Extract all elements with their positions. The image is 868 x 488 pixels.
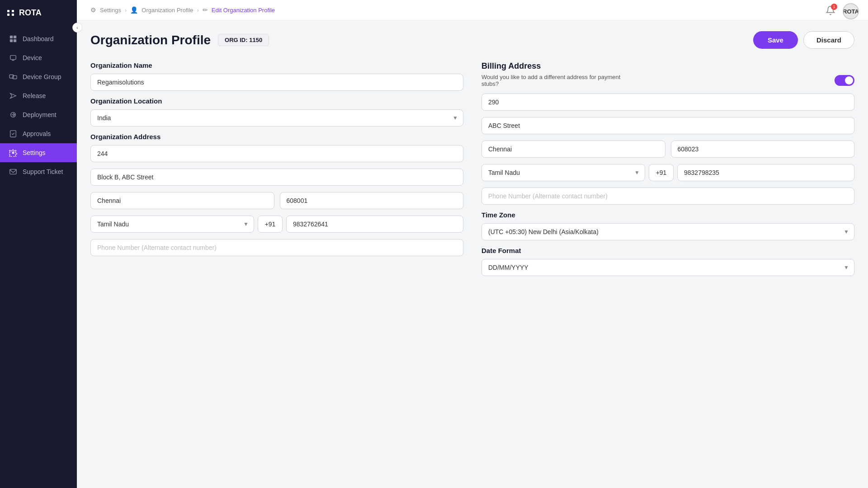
billing-state-phone-row: Tamil Nadu Maharashtra Karnataka Delhi ▼… [481, 164, 854, 181]
discard-button[interactable]: Discard [803, 31, 854, 49]
avatar-text: ROTA [843, 8, 859, 15]
billing-address-line1-input[interactable] [481, 94, 854, 111]
sidebar-item-settings[interactable]: Settings [0, 143, 77, 162]
svg-rect-13 [10, 169, 16, 174]
svg-point-12 [12, 151, 14, 154]
billing-phone-input[interactable] [677, 164, 854, 181]
breadcrumb-settings[interactable]: Settings [100, 7, 121, 14]
sidebar-item-label: Device Group [23, 73, 61, 80]
org-id-value: 1150 [249, 37, 262, 43]
svg-rect-5 [12, 60, 14, 61]
device-icon [9, 54, 17, 62]
phone-prefix: +91 [258, 216, 283, 233]
timezone-label: Time Zone [481, 211, 854, 219]
org-breadcrumb-icon: 👤 [130, 6, 138, 14]
svg-rect-2 [10, 39, 13, 42]
page-content: Organization Profile ORG ID: 1150 Save D… [77, 20, 868, 488]
timezone-select[interactable]: (UTC +05:30) New Delhi (Asia/Kolkata) (U… [481, 223, 854, 240]
sidebar-nav: Dashboard Device Device Group Release [0, 26, 77, 488]
org-address-label: Organization Address [90, 133, 463, 141]
form-grid: Organization Name Organization Location … [90, 61, 854, 282]
toggle-slider [835, 75, 854, 86]
approvals-icon [9, 130, 17, 138]
release-icon [9, 92, 17, 100]
sidebar-item-approvals[interactable]: Approvals [0, 124, 77, 143]
dashboard-icon [9, 35, 17, 43]
main-content: 1 ROTA ⚙ Settings › 👤 Organization Profi… [77, 0, 868, 488]
page-header: Organization Profile ORG ID: 1150 Save D… [90, 31, 854, 49]
sidebar-item-device-group[interactable]: Device Group [0, 67, 77, 86]
right-form-section: Billing Address Would you like to add a … [481, 61, 854, 282]
logo-dots [7, 10, 14, 16]
settings-breadcrumb-icon: ⚙ [90, 6, 96, 14]
notification-button[interactable]: 1 [826, 5, 835, 17]
save-button[interactable]: Save [753, 31, 798, 49]
svg-rect-3 [14, 39, 16, 42]
billing-address-line2-input[interactable] [481, 117, 854, 134]
sidebar-collapse-button[interactable]: ‹ [72, 23, 82, 33]
sidebar-item-label: Device [23, 54, 42, 61]
billing-toggle[interactable] [835, 75, 854, 86]
address-line1-input[interactable] [90, 145, 463, 162]
city-postal-row [90, 192, 463, 209]
billing-state-select[interactable]: Tamil Nadu Maharashtra Karnataka Delhi [481, 164, 645, 181]
billing-title: Billing Address [481, 61, 854, 71]
billing-postal-input[interactable] [671, 141, 855, 158]
org-location-select[interactable]: India USA UK Australia [90, 109, 463, 127]
page-title: Organization Profile [90, 33, 211, 47]
sidebar-item-label: Settings [23, 149, 46, 156]
org-id-label: ORG ID: [225, 37, 248, 43]
user-avatar[interactable]: ROTA [843, 3, 859, 19]
billing-subtitle-row: Would you like to add a different addres… [481, 74, 854, 87]
billing-state-select-wrap: Tamil Nadu Maharashtra Karnataka Delhi ▼ [481, 164, 645, 181]
sidebar-item-label: Deployment [23, 111, 57, 118]
edit-breadcrumb-icon: ✏ [203, 6, 208, 14]
top-header: 1 ROTA [816, 0, 868, 23]
sidebar-item-label: Approvals [23, 130, 51, 137]
breadcrumb-sep-2: › [197, 7, 199, 14]
state-select-wrap: Tamil Nadu Maharashtra Karnataka Delhi ▼ [90, 216, 254, 233]
org-id-badge: ORG ID: 1150 [218, 34, 269, 46]
billing-toggle-wrap [835, 75, 854, 86]
address-line2-input[interactable] [90, 169, 463, 186]
date-format-select[interactable]: DD/MM/YYYY MM/DD/YYYY YYYY-MM-DD [481, 259, 854, 276]
postal-input[interactable] [280, 192, 464, 209]
phone-input[interactable] [286, 216, 463, 233]
org-name-label: Organization Name [90, 61, 463, 69]
breadcrumb-org-profile[interactable]: Organization Profile [142, 7, 193, 14]
timezone-select-wrap: (UTC +05:30) New Delhi (Asia/Kolkata) (U… [481, 223, 854, 240]
state-phone-row: Tamil Nadu Maharashtra Karnataka Delhi ▼… [90, 216, 463, 233]
sidebar-item-deployment[interactable]: Deployment [0, 105, 77, 124]
org-name-input[interactable] [90, 74, 463, 91]
settings-icon [9, 149, 17, 157]
sidebar: ROTA ‹ Dashboard Device Device Group [0, 0, 77, 488]
sidebar-item-label: Release [23, 92, 46, 99]
state-select[interactable]: Tamil Nadu Maharashtra Karnataka Delhi [90, 216, 254, 233]
alt-phone-input[interactable] [90, 239, 463, 256]
city-input[interactable] [90, 192, 274, 209]
breadcrumb-sep-1: › [125, 7, 127, 14]
date-format-select-wrap: DD/MM/YYYY MM/DD/YYYY YYYY-MM-DD ▼ [481, 259, 854, 276]
billing-city-input[interactable] [481, 141, 665, 158]
breadcrumb: ⚙ Settings › 👤 Organization Profile › ✏ … [77, 0, 868, 20]
svg-rect-4 [10, 56, 16, 60]
sidebar-item-label: Support Ticket [23, 168, 63, 175]
sidebar-item-support[interactable]: Support Ticket [0, 162, 77, 181]
support-icon [9, 168, 17, 176]
sidebar-item-label: Dashboard [23, 35, 54, 42]
billing-subtitle: Would you like to add a different addres… [481, 74, 626, 87]
header-actions: Save Discard [753, 31, 854, 49]
date-format-label: Date Format [481, 247, 854, 254]
device-group-icon [9, 73, 17, 81]
billing-alt-phone-input[interactable] [481, 188, 854, 205]
sidebar-item-device[interactable]: Device [0, 48, 77, 67]
app-name: ROTA [19, 8, 42, 18]
svg-rect-1 [14, 36, 16, 38]
org-location-select-wrap: India USA UK Australia ▼ [90, 109, 463, 127]
sidebar-item-release[interactable]: Release [0, 86, 77, 105]
breadcrumb-edit: Edit Organization Profile [212, 7, 275, 14]
left-form-section: Organization Name Organization Location … [90, 61, 463, 282]
sidebar-item-dashboard[interactable]: Dashboard [0, 29, 77, 48]
billing-header: Billing Address Would you like to add a … [481, 61, 854, 87]
org-location-label: Organization Location [90, 97, 463, 105]
